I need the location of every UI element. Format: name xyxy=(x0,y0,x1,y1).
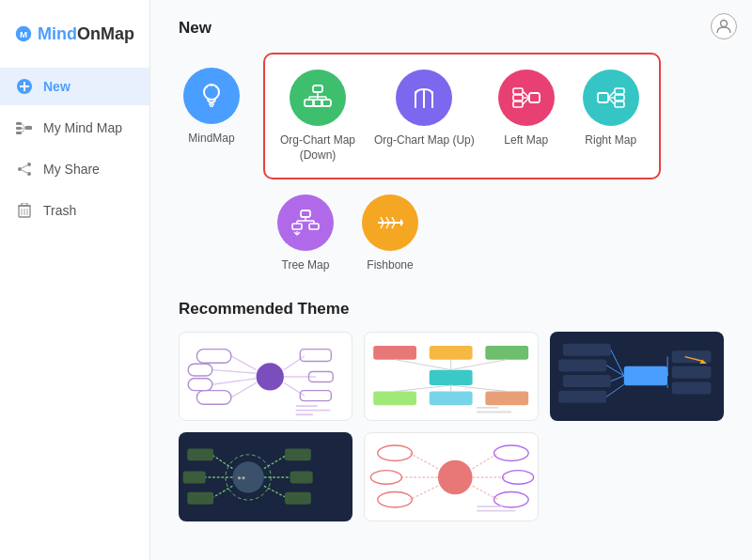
svg-line-8 xyxy=(22,124,25,129)
template-right-map[interactable]: Right Map xyxy=(578,70,644,163)
svg-rect-85 xyxy=(300,349,331,361)
template-mindmap[interactable]: MindMap xyxy=(179,53,244,162)
svg-point-14 xyxy=(27,172,31,176)
svg-point-13 xyxy=(18,167,22,171)
recommended-theme-title: Recommended Theme xyxy=(179,300,724,319)
logo-icon: M xyxy=(15,23,32,45)
svg-rect-110 xyxy=(558,391,606,403)
svg-rect-43 xyxy=(513,95,523,101)
share-icon xyxy=(15,160,34,179)
svg-line-84 xyxy=(284,382,305,396)
svg-line-116 xyxy=(611,376,624,381)
plus-icon xyxy=(15,77,34,96)
org-chart-down-icon xyxy=(290,70,346,126)
svg-rect-42 xyxy=(513,88,523,94)
svg-rect-108 xyxy=(558,359,606,371)
svg-line-124 xyxy=(212,455,232,469)
svg-rect-107 xyxy=(563,344,611,356)
svg-rect-111 xyxy=(671,350,711,363)
svg-rect-128 xyxy=(183,471,206,483)
template-fishbone[interactable]: Fishbone xyxy=(357,194,423,273)
svg-line-76 xyxy=(212,379,257,384)
svg-rect-93 xyxy=(430,346,473,360)
theme-card-5[interactable] xyxy=(364,432,538,521)
new-section-title: New xyxy=(179,19,724,38)
template-org-chart-down[interactable]: Org-Chart Map(Down) xyxy=(280,70,355,163)
svg-line-74 xyxy=(231,356,257,370)
svg-line-29 xyxy=(216,86,218,88)
left-map-icon xyxy=(498,70,555,126)
svg-line-46 xyxy=(523,91,529,98)
theme-card-1[interactable] xyxy=(179,332,352,421)
svg-line-28 xyxy=(206,86,208,88)
theme-preview-3 xyxy=(550,332,724,421)
main-content: New MindMap xyxy=(150,0,752,560)
svg-rect-133 xyxy=(285,448,311,460)
svg-rect-52 xyxy=(598,93,608,102)
theme-card-2[interactable] xyxy=(364,332,538,421)
svg-line-98 xyxy=(395,359,451,369)
svg-rect-94 xyxy=(486,346,529,360)
theme-preview-4: ●● xyxy=(179,432,352,521)
svg-rect-56 xyxy=(301,210,310,217)
svg-rect-5 xyxy=(16,122,22,125)
org-chart-down-label: Org-Chart Map(Down) xyxy=(280,133,355,163)
fishbone-icon xyxy=(362,194,418,251)
svg-rect-11 xyxy=(25,126,32,130)
svg-line-53 xyxy=(608,91,615,98)
logo: M MindOnMap xyxy=(0,15,149,64)
sidebar: M MindOnMap New My Mind Map My Share Tra… xyxy=(0,0,150,560)
svg-rect-113 xyxy=(671,381,711,394)
svg-rect-44 xyxy=(513,101,523,107)
svg-point-23 xyxy=(721,21,728,27)
template-left-map[interactable]: Left Map xyxy=(494,70,559,163)
svg-rect-91 xyxy=(430,369,473,384)
templates-row2: Tree Map Fishbone xyxy=(179,187,724,281)
svg-rect-127 xyxy=(187,448,213,460)
org-chart-up-label: Org-Chart Map (Up) xyxy=(374,133,475,148)
svg-rect-78 xyxy=(196,349,231,363)
sidebar-item-new[interactable]: New xyxy=(0,68,149,105)
svg-line-15 xyxy=(22,165,27,168)
right-icon xyxy=(595,82,627,114)
svg-rect-61 xyxy=(292,224,302,229)
svg-rect-96 xyxy=(430,391,473,405)
tree-map-icon xyxy=(277,194,334,251)
mindmap-label: MindMap xyxy=(188,132,234,147)
theme-card-3[interactable] xyxy=(550,332,724,421)
svg-line-48 xyxy=(523,98,529,104)
svg-rect-79 xyxy=(188,364,212,376)
topbar xyxy=(711,13,737,39)
template-org-chart-up[interactable]: Org-Chart Map (Up) xyxy=(374,70,475,163)
svg-line-82 xyxy=(284,356,305,370)
theme-preview-2 xyxy=(365,333,537,420)
svg-line-130 xyxy=(264,455,288,469)
svg-rect-50 xyxy=(615,95,624,101)
svg-text:M: M xyxy=(20,29,27,39)
svg-line-16 xyxy=(22,170,27,173)
sidebar-item-my-share[interactable]: My Share xyxy=(0,150,149,188)
svg-line-55 xyxy=(608,98,615,104)
sidebar-item-trash[interactable]: Trash xyxy=(0,192,149,229)
svg-rect-97 xyxy=(486,391,529,405)
org-chart-up-icon xyxy=(396,70,452,126)
svg-rect-129 xyxy=(187,491,213,504)
svg-line-126 xyxy=(212,486,232,498)
user-avatar[interactable] xyxy=(711,13,737,39)
sidebar-item-my-mind-map[interactable]: My Mind Map xyxy=(0,109,149,147)
template-tree-map[interactable]: Tree Map xyxy=(273,194,338,273)
theme-card-4[interactable]: ●● xyxy=(179,432,352,521)
svg-rect-51 xyxy=(615,101,624,107)
map-icon xyxy=(15,118,34,137)
svg-point-143 xyxy=(371,470,402,484)
org-down-icon xyxy=(302,82,334,114)
trash-icon xyxy=(15,201,34,220)
svg-text:●●: ●● xyxy=(237,474,245,482)
svg-line-77 xyxy=(231,382,257,397)
svg-rect-7 xyxy=(16,132,22,134)
mindmap-icon xyxy=(183,68,240,124)
tree-icon xyxy=(290,207,321,239)
sidebar-item-trash-label: Trash xyxy=(43,203,76,218)
tree-map-label: Tree Map xyxy=(282,258,330,273)
svg-rect-134 xyxy=(290,471,313,483)
